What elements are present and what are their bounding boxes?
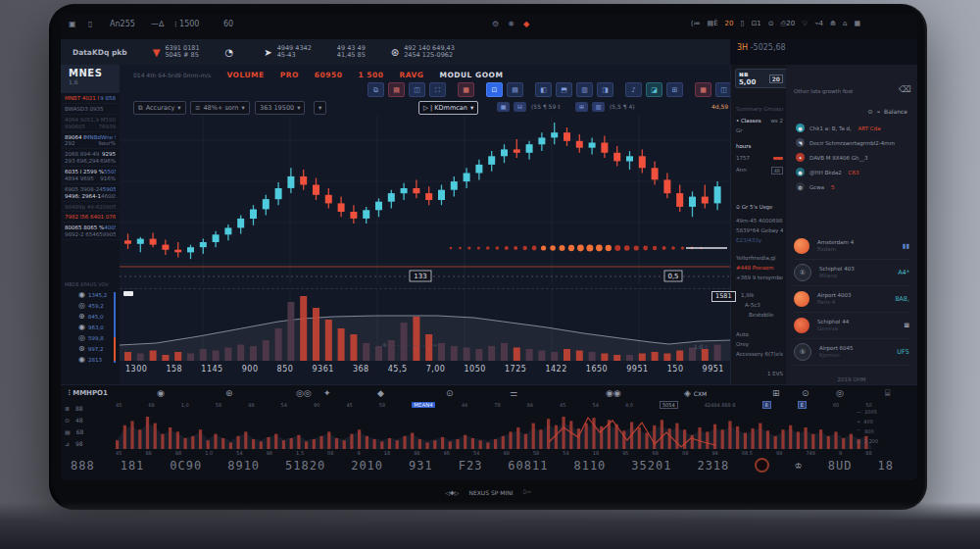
nav-stat-group[interactable]: ▼6391 01815045 # 85: [153, 45, 200, 60]
top-tick-row: 45681,0589854904558MEAN444788445544,0505…: [116, 401, 872, 409]
bottom-icon[interactable]: ◈ CXM: [684, 388, 707, 398]
tab-ravg[interactable]: RAVG: [399, 71, 423, 79]
nav-stat-group[interactable]: ➤4949 434245-43: [264, 45, 312, 60]
bottom-icon[interactable]: ⊙: [446, 388, 454, 398]
bottom-icon[interactable]: ⊞: [772, 388, 780, 398]
bottom-icon[interactable]: ⚌: [510, 388, 517, 398]
nav-stat-group[interactable]: 49 43 4941,45 85: [337, 45, 366, 60]
gauge-item[interactable]: ◉963,0: [78, 323, 104, 331]
more-dropdown[interactable]: ▾: [314, 101, 326, 115]
gear-icon[interactable]: ⚙: [492, 20, 499, 28]
bottom-icon[interactable]: ◉: [157, 388, 165, 398]
tab-modul-goom[interactable]: MODUL GOOM: [439, 71, 503, 79]
toolbar-button[interactable]: ◨: [597, 82, 613, 97]
bottom-icon[interactable]: ✦: [323, 388, 331, 398]
highlight-tick[interactable]: E: [798, 401, 807, 409]
tab-pro[interactable]: PRO: [280, 71, 299, 79]
nav-stat-group[interactable]: ◔: [225, 45, 239, 60]
highlight-tick[interactable]: 5054: [660, 401, 678, 409]
trash-icon[interactable]: ⌫: [899, 84, 907, 95]
gauge-item[interactable]: ⊛997,2: [78, 344, 103, 353]
panel-menu-item[interactable]: ◥Decir Schmrzanrtagrmbl2-4mm: [796, 136, 909, 149]
percent-dropdown[interactable]: ≡48%+ sorn▾: [190, 101, 250, 115]
bottom-icon[interactable]: ⊙: [802, 388, 809, 398]
toolbar-button[interactable]: ⊡: [486, 82, 503, 97]
gauge-item[interactable]: ◉1345,2: [78, 290, 107, 299]
panel-list-row[interactable]: Airport 4003Paris 48A8,: [794, 286, 909, 313]
interval-button-3[interactable]: ⊞: [575, 102, 588, 112]
toolbar-button[interactable]: ▤: [388, 82, 405, 97]
bottom-icon[interactable]: ◆: [377, 388, 384, 398]
ring-icon[interactable]: [755, 458, 769, 473]
watchlist-row[interactable]: 7982 l56 6401 0760: [61, 212, 120, 223]
snow-icon[interactable]: ❅: [508, 20, 514, 28]
panel-list-row[interactable]: Schiphol 44Geneva⊞: [794, 313, 909, 339]
tab-60950[interactable]: 60950: [315, 71, 343, 79]
gauge-item[interactable]: ⊕845,0: [78, 312, 103, 321]
gauge-item[interactable]: ◉2813: [78, 355, 102, 364]
interval-button-4[interactable]: ▥: [592, 102, 605, 112]
watchlist-row[interactable]: 2068 894-499295293 696,294696%: [61, 149, 120, 167]
nav-stat-group[interactable]: ⊛492 140 649,432454 125-0962: [391, 45, 455, 60]
tab-volume[interactable]: VOLUME: [226, 71, 264, 79]
phone-icon-status[interactable]: ▯: [88, 20, 92, 28]
watchlist-row[interactable]: BWASD3 0935: [61, 104, 120, 115]
lot-badge[interactable]: ɴʙ 5,00 20: [735, 69, 787, 88]
balance-row[interactable]: ⊙ ⌁ Balance: [867, 108, 907, 115]
bottom-icon[interactable]: ◎◎: [296, 388, 312, 398]
watchlist-row[interactable]: 4064 9051,9 M5902599060576939: [61, 115, 120, 132]
watchlist-row[interactable]: 89064 lMNBdWne 9092929our%: [61, 132, 120, 150]
toolbar-button[interactable]: ▦: [695, 82, 711, 97]
gauge-item[interactable]: ◎599,8: [78, 333, 104, 342]
toolbar-button[interactable]: ◫: [409, 82, 425, 97]
panel-list-row[interactable]: ⑤Airport 6045KjemunUF5: [794, 339, 909, 366]
toolbar-button[interactable]: ◪: [646, 82, 662, 97]
range-dropdown[interactable]: 363 19500▾: [255, 101, 305, 115]
session-histogram[interactable]: [116, 410, 872, 449]
crown-icon[interactable]: ♔: [795, 459, 803, 472]
alert-status[interactable]: ⁝ 1500: [174, 20, 199, 28]
toolbar-button[interactable]: ▥: [576, 82, 593, 97]
highlight-tick[interactable]: MEAN4: [412, 402, 435, 408]
toolbar-button[interactable]: ♪: [625, 82, 642, 97]
toolbar-button[interactable]: ◧: [535, 82, 552, 97]
count-status[interactable]: 60: [223, 20, 233, 28]
bottom-icon[interactable]: ◉◉: [606, 388, 621, 398]
watchlist-header[interactable]: MNES 1,6: [61, 65, 120, 93]
volume-chart[interactable]: [120, 289, 730, 361]
bottom-icon[interactable]: ⊛: [225, 388, 233, 398]
toolbar-button[interactable]: ⊞: [666, 82, 683, 97]
panel-list-row[interactable]: ①Schiphol 403MilanoA4*: [794, 260, 909, 286]
watchlist-row[interactable]: MNBT 4021 l9 858: [61, 93, 120, 104]
interval-button-2[interactable]: ⊟: [514, 102, 526, 112]
toolbar-button[interactable]: ▦: [458, 82, 474, 97]
bottom-icon[interactable]: ◎: [836, 388, 844, 398]
toolbar-button[interactable]: ⬒: [556, 82, 572, 97]
panel-list-row[interactable]: Amsterdam 4Rsdam▮▮: [794, 233, 909, 260]
panel-menu-item[interactable]: ◍Gcwa 5: [796, 180, 909, 193]
label-status[interactable]: An255: [110, 20, 135, 28]
gauge-item[interactable]: ◎459,2: [78, 301, 104, 310]
account-summary[interactable]: 3H -5025,68: [737, 43, 786, 52]
bottom-icon[interactable]: ⌸: [885, 388, 890, 399]
classes-row[interactable]: • Classesws 2: [736, 118, 783, 124]
accuracy-dropdown[interactable]: ⧉Accuracy▾: [133, 101, 186, 115]
company-dropdown[interactable]: ▷ | KDmmcan▾: [418, 101, 478, 115]
highlight-tick[interactable]: 8: [762, 401, 771, 409]
tab-1-500[interactable]: 1 500: [358, 71, 383, 79]
signal-status[interactable]: —∆: [151, 20, 164, 28]
panel-menu-item[interactable]: ●@HH Bkda2 C63: [796, 166, 909, 178]
diamond-icon[interactable]: ◆: [523, 20, 529, 28]
briefcase-icon-status[interactable]: ▣: [69, 20, 76, 28]
watchlist-row[interactable]: 6035 l 2599 %55054894 9695916%: [61, 167, 120, 184]
panel-menu-item[interactable]: ✦DAVB M 8X406 Gh__3: [796, 151, 909, 164]
watchlist-row[interactable]: 6905 3908-2459059496: 2964-146005: [61, 184, 120, 202]
toolbar-button[interactable]: ⛶: [429, 82, 446, 97]
toolbar-button[interactable]: ▤: [507, 82, 523, 97]
interval-button-1[interactable]: ▦: [497, 102, 510, 112]
panel-menu-item[interactable]: ●Chk1 a: B, Ta d, ART Cda: [796, 122, 909, 134]
watchlist-row[interactable]: 80065 8065 %40059892-2 654659905: [61, 223, 120, 240]
watchlist-row[interactable]: 98489p 49-620905%: [61, 202, 120, 213]
toolbar-button[interactable]: ⧉: [368, 82, 384, 97]
candlestick-chart[interactable]: 1330,5: [120, 116, 730, 284]
